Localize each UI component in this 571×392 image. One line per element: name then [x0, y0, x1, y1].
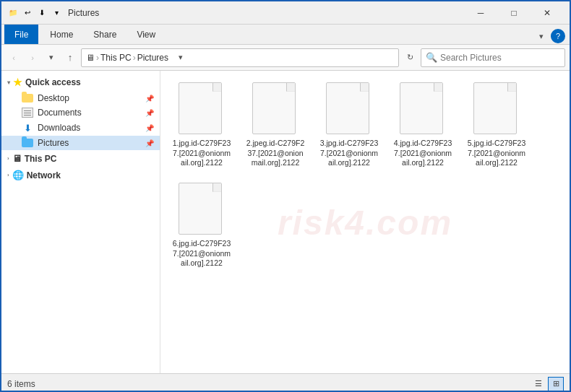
sidebar-label-this-pc: This PC	[25, 154, 57, 164]
main-layout: ▾ ★ Quick access Desktop 📌 Documents 📌 ⬇…	[1, 71, 570, 373]
search-box[interactable]: 🔍	[421, 48, 565, 67]
ribbon-collapse-button[interactable]: ▾	[533, 28, 549, 44]
close-button[interactable]: ✕	[531, 1, 564, 25]
status-bar: 6 items ☰ ⊞	[1, 373, 570, 392]
address-bar: ‹ › ▾ ↑ 🖥 › This PC › Pictures ▾ ↻ 🔍	[1, 45, 570, 71]
file-item-2[interactable]: 2.jpeg.id-C279F237.[2021@onionmail.org].…	[243, 79, 308, 171]
file-icon-5	[473, 82, 520, 136]
window-icon: 📁	[7, 7, 19, 19]
file-label-3: 3.jpg.id-C279F237.[2021@onionmail.org].2…	[319, 139, 379, 168]
list-view-button[interactable]: ☰	[531, 377, 546, 391]
pin-icon: 📌	[145, 95, 154, 103]
path-dropdown-button[interactable]: ▾	[173, 50, 189, 66]
file-icon-4	[400, 82, 446, 136]
view-controls: ☰ ⊞	[531, 377, 564, 391]
sidebar-item-desktop[interactable]: Desktop 📌	[1, 91, 160, 105]
history-dropdown-button[interactable]: ▾	[43, 50, 59, 66]
down-icon[interactable]: ⬇	[36, 7, 48, 19]
undo-icon[interactable]: ↩	[22, 7, 33, 19]
sidebar-label-pictures: Pictures	[38, 138, 69, 148]
item-count: 6 items	[7, 379, 35, 389]
search-input[interactable]	[440, 53, 560, 63]
sidebar-section-this-pc[interactable]: › 🖥 This PC	[1, 150, 160, 167]
sidebar-item-documents[interactable]: Documents 📌	[1, 105, 160, 120]
network-icon: 🌐	[12, 170, 24, 180]
maximize-button[interactable]: □	[497, 1, 531, 25]
sidebar: ▾ ★ Quick access Desktop 📌 Documents 📌 ⬇…	[1, 71, 160, 373]
file-icon-6	[179, 183, 225, 236]
file-item-5[interactable]: 5.jpg.id-C279F237.[2021@onionmail.org].2…	[464, 79, 529, 171]
path-pictures[interactable]: Pictures	[137, 53, 168, 63]
sidebar-label-documents: Documents	[38, 108, 82, 118]
file-label-2: 2.jpeg.id-C279F237.[2021@onionmail.org].…	[246, 139, 305, 168]
file-label-4: 4.jpg.id-C279F237.[2021@onionmail.org].2…	[393, 139, 452, 168]
file-item-4[interactable]: 4.jpg.id-C279F237.[2021@onionmail.org].2…	[390, 79, 455, 171]
tab-home[interactable]: Home	[40, 25, 83, 44]
file-icon-2	[252, 82, 299, 136]
sidebar-label-downloads: Downloads	[38, 123, 80, 133]
title-bar: 📁 ↩ ⬇ ▾ Pictures ─ □ ✕	[1, 1, 570, 25]
ribbon-tabs: File Home Share View ▾ ?	[1, 25, 570, 45]
pin-icon-docs: 📌	[145, 109, 154, 117]
search-icon: 🔍	[426, 52, 437, 63]
forward-button[interactable]: ›	[25, 50, 40, 66]
tab-share[interactable]: Share	[83, 25, 126, 44]
file-label-5: 5.jpg.id-C279F237.[2021@onionmail.org].2…	[467, 139, 526, 168]
path-this-pc[interactable]: This PC	[100, 53, 132, 63]
chevron-right-icon-net: ›	[7, 172, 9, 178]
address-path[interactable]: 🖥 › This PC › Pictures ▾	[81, 48, 399, 67]
sidebar-section-quick-access[interactable]: ▾ ★ Quick access	[1, 74, 160, 91]
files-grid: 1.jpg.id-C279F237.[2021@onionmail.org].2…	[169, 79, 561, 271]
up-button[interactable]: ↑	[62, 50, 78, 66]
tab-file[interactable]: File	[4, 25, 38, 44]
star-icon: ★	[13, 77, 22, 88]
docs-icon	[22, 108, 33, 118]
refresh-button[interactable]: ↻	[402, 50, 418, 66]
file-icon-3	[326, 82, 372, 136]
pin-icon-pics: 📌	[145, 139, 154, 147]
file-item-3[interactable]: 3.jpg.id-C279F237.[2021@onionmail.org].2…	[317, 79, 382, 171]
back-button[interactable]: ‹	[6, 50, 22, 66]
window-title: Pictures	[68, 8, 464, 18]
sidebar-label-desktop: Desktop	[38, 93, 69, 103]
chevron-right-icon: ›	[7, 155, 9, 162]
sidebar-label-network: Network	[27, 170, 61, 180]
folder-icon	[22, 94, 33, 103]
content-area: risk4.com 1.jpg.id-C279F237.[2021@onionm…	[160, 71, 570, 373]
file-icon-1	[179, 82, 225, 136]
file-label-1: 1.jpg.id-C279F237.[2021@onionmail.org].2…	[172, 139, 231, 168]
pc-icon: 🖥	[12, 153, 22, 164]
pin-icon-dl: 📌	[145, 124, 154, 132]
title-bar-icons: 📁 ↩ ⬇ ▾	[7, 7, 62, 19]
file-item[interactable]: 1.jpg.id-C279F237.[2021@onionmail.org].2…	[169, 79, 234, 171]
minimize-button[interactable]: ─	[464, 1, 497, 25]
chevron-down-icon: ▾	[7, 79, 10, 86]
file-item-6[interactable]: 6.jpg.id-C279F237.[2021@onionmail.org].2…	[169, 180, 234, 271]
window-controls: ─ □ ✕	[464, 1, 564, 25]
sidebar-section-network[interactable]: › 🌐 Network	[1, 167, 160, 183]
tab-view[interactable]: View	[126, 25, 166, 44]
sidebar-item-downloads[interactable]: ⬇ Downloads 📌	[1, 120, 160, 136]
sidebar-item-pictures[interactable]: Pictures 📌	[1, 136, 160, 150]
help-button[interactable]: ?	[551, 29, 565, 43]
file-label-6: 6.jpg.id-C279F237.[2021@onionmail.org].2…	[172, 239, 231, 269]
folder-blue-icon	[22, 139, 33, 147]
sidebar-item-label: Quick access	[25, 77, 81, 87]
download-icon: ⬇	[22, 122, 33, 134]
dropdown-icon[interactable]: ▾	[51, 7, 62, 19]
grid-view-button[interactable]: ⊞	[548, 377, 564, 391]
path-icon: 🖥	[86, 53, 95, 63]
